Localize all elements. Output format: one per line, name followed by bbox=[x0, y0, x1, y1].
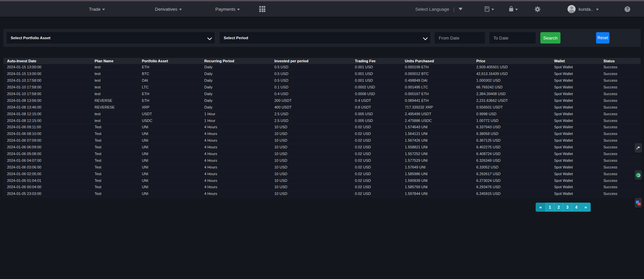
cell-trading-fee: 0.02 USD bbox=[355, 125, 405, 129]
cell-price: 6.293476 USD bbox=[476, 185, 554, 189]
cell-portfolio-asset: USDT bbox=[142, 112, 204, 116]
cell-price: 0.556501 USDT bbox=[476, 105, 554, 109]
pagination-next-button[interactable]: » bbox=[581, 203, 591, 212]
cell-wallet: Spot Wallet bbox=[554, 65, 603, 69]
whatsapp-extension-button[interactable] bbox=[635, 170, 642, 180]
cell-portfolio-asset: UNI bbox=[142, 125, 204, 129]
cell-plan-name: test bbox=[95, 65, 142, 69]
table-row[interactable]: 2024-01-06 09:11:00 Test UNI 4 Hours 10 … bbox=[3, 124, 641, 131]
cell-trading-fee: 0.02 USD bbox=[355, 185, 405, 189]
column-header: Price bbox=[476, 59, 554, 63]
cell-status: Success bbox=[603, 158, 641, 162]
to-date-input[interactable]: To Date bbox=[489, 32, 536, 44]
apps-grid-icon[interactable] bbox=[259, 6, 265, 12]
cell-recurring-period: 4 Hours bbox=[204, 179, 274, 183]
cell-portfolio-asset: XRP bbox=[142, 105, 204, 109]
orders-book-menu[interactable] bbox=[484, 1, 494, 17]
cell-trading-fee: 0.02 USD bbox=[355, 192, 405, 196]
table-row[interactable]: 2024-01-10 17:58:00 test LTC Daily 0.1 U… bbox=[3, 84, 641, 91]
cell-wallet: Spot Wallet bbox=[554, 92, 603, 96]
table-row[interactable]: 2024-01-15 13:00:00 test BTC Daily 0.5 U… bbox=[3, 71, 641, 77]
table-row[interactable]: 2024-01-08 13:56:00 REVERSE ETH Daily 20… bbox=[3, 97, 641, 104]
cell-wallet: Spot Wallet bbox=[554, 85, 603, 89]
chevron-down-icon bbox=[179, 9, 182, 10]
cell-trading-fee: 0.005 USD bbox=[355, 119, 405, 123]
table-row[interactable]: 2024-01-06 08:10:00 Test UNI 4 Hours 10 … bbox=[3, 131, 641, 137]
pagination-prev-button[interactable]: « bbox=[536, 203, 546, 212]
avatar bbox=[568, 5, 576, 13]
table-row[interactable]: 2024-01-08 13:46:00 REVERESE XRP Daily 4… bbox=[3, 104, 641, 111]
cell-wallet: Spot Wallet bbox=[554, 179, 603, 183]
to-date-placeholder: To Date bbox=[493, 36, 508, 41]
cell-status: Success bbox=[603, 138, 641, 142]
cell-price: 6.38058 USD bbox=[476, 132, 554, 136]
help-icon: ? bbox=[625, 6, 630, 12]
table-row[interactable]: 2024-01-06 04:07:00 Test UNI 4 Hours 10 … bbox=[3, 157, 641, 164]
help-button[interactable]: ? bbox=[625, 1, 630, 17]
nav-item-payments[interactable]: Payments bbox=[215, 1, 240, 17]
table-row[interactable]: 2024-01-06 01:04:01 Test UNI 4 Hours 10 … bbox=[3, 177, 641, 184]
table-row[interactable]: 2024-01-08 12:15:00 test USDT 1 Hour 2.5… bbox=[3, 111, 641, 117]
table-row[interactable]: 2024-01-06 07:09:00 Test UNI 4 Hours 10 … bbox=[3, 137, 641, 144]
cell-units-purchased: 717.339232 XRP bbox=[405, 105, 476, 109]
period-select[interactable]: Select Period bbox=[220, 32, 430, 44]
nav-item-derivatives[interactable]: Derivatives bbox=[155, 1, 182, 17]
cell-units-purchased: 1.567426 UNI bbox=[405, 138, 476, 142]
cell-recurring-period: Daily bbox=[204, 92, 274, 96]
cell-status: Success bbox=[603, 85, 641, 89]
table-row[interactable]: 2024-01-10 17:58:00 test ETH Daily 0.4 U… bbox=[3, 91, 641, 97]
table-row[interactable]: 2024-01-06 05:08:00 Test UNI 4 Hours 10 … bbox=[3, 151, 641, 157]
cell-auto-invest-date: 2024-01-06 09:11:00 bbox=[7, 125, 95, 129]
table-row[interactable]: 2024-01-06 00:04:00 Test UNI 4 Hours 10 … bbox=[3, 184, 641, 191]
pagination-page-button[interactable]: 1 bbox=[546, 203, 554, 212]
cell-auto-invest-date: 2024-01-06 03:06:00 bbox=[7, 165, 95, 169]
cell-price: 0.9998 USD bbox=[476, 112, 554, 116]
share-extension-button[interactable] bbox=[635, 143, 642, 153]
table-row[interactable]: 2024-01-15 13:00:00 test ETH Daily 0.5 U… bbox=[3, 64, 641, 71]
cell-units-purchased: 1.57649 UNI bbox=[405, 165, 476, 169]
cell-auto-invest-date: 2024-01-10 17:58:00 bbox=[7, 92, 95, 96]
from-date-input[interactable]: From Date bbox=[435, 32, 485, 44]
search-button[interactable]: Search bbox=[540, 32, 560, 44]
cell-portfolio-asset: UNI bbox=[142, 145, 204, 149]
screenshot-extension-button[interactable] bbox=[635, 198, 642, 208]
cell-auto-invest-date: 2024-01-05 23:03:00 bbox=[7, 192, 95, 196]
pagination-page-button[interactable]: 3 bbox=[563, 203, 572, 212]
chevron-down-icon bbox=[491, 9, 494, 10]
pagination-pages: 1234 bbox=[546, 203, 581, 212]
table-row[interactable]: 2024-01-06 06:09:00 Test UNI 4 Hours 10 … bbox=[3, 144, 641, 151]
cell-trading-fee: 0.02 USD bbox=[355, 165, 405, 169]
cell-recurring-period: 4 Hours bbox=[204, 145, 274, 149]
reset-button[interactable]: Reset bbox=[596, 32, 609, 44]
portfolio-asset-select[interactable]: Select Portfolio Asset bbox=[7, 32, 215, 44]
cell-price: 6.292617 USD bbox=[476, 172, 554, 176]
cell-plan-name: Test bbox=[95, 158, 142, 162]
cell-invested-per-period: 10 USD bbox=[274, 152, 355, 156]
whatsapp-icon bbox=[636, 173, 641, 178]
cell-status: Success bbox=[603, 92, 641, 96]
user-menu[interactable]: kunda.. bbox=[568, 1, 599, 17]
forward-arrow-icon bbox=[636, 146, 641, 150]
table-row[interactable]: 2024-01-08 12:15:00 test USDC 1 Hour 2.5… bbox=[3, 117, 641, 124]
cell-auto-invest-date: 2024-01-06 08:10:00 bbox=[7, 132, 95, 136]
cell-units-purchased: 0.000012 BTC bbox=[405, 72, 476, 76]
cell-recurring-period: 1 Hour bbox=[204, 119, 274, 123]
settings-button[interactable] bbox=[535, 1, 540, 17]
table-row[interactable]: 2024-01-06 02:05:00 Test UNI 4 Hours 10 … bbox=[3, 170, 641, 177]
table-row[interactable]: 2024-01-05 23:03:00 Test UNI 4 Hours 10 … bbox=[3, 191, 641, 197]
wallet-menu[interactable] bbox=[508, 1, 518, 17]
pagination-page-button[interactable]: 4 bbox=[572, 203, 581, 212]
auto-invest-history-table: Auto-Invest DatePlan NamePortfolio Asset… bbox=[3, 58, 641, 197]
nav-item-trade[interactable]: Trade bbox=[89, 1, 105, 17]
table-row[interactable]: 2024-01-10 17:58:00 test DAI Daily 0.5 U… bbox=[3, 77, 641, 84]
chevron-down-icon bbox=[515, 9, 518, 10]
cell-auto-invest-date: 2024-01-06 06:09:00 bbox=[7, 145, 95, 149]
cell-wallet: Spot Wallet bbox=[554, 72, 603, 76]
table-row[interactable]: 2024-01-06 03:06:00 Test UNI 4 Hours 10 … bbox=[3, 164, 641, 170]
cell-plan-name: REVERESE bbox=[95, 105, 142, 109]
cell-wallet: Spot Wallet bbox=[554, 158, 603, 162]
cell-units-purchased: 0.000167 ETH bbox=[405, 92, 476, 96]
language-selector[interactable]: Select Language | bbox=[415, 1, 463, 17]
cell-portfolio-asset: UNI bbox=[142, 138, 204, 142]
pagination-page-button[interactable]: 2 bbox=[554, 203, 563, 212]
